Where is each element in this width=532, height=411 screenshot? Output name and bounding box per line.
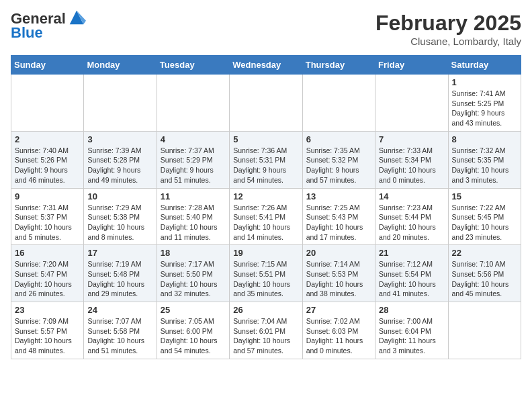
day-number: 4: [161, 134, 226, 144]
day-info: Sunrise: 7:32 AM Sunset: 5:35 PM Dayligh…: [452, 146, 517, 185]
day-number: 5: [233, 134, 298, 144]
calendar-cell: 8Sunrise: 7:32 AM Sunset: 5:35 PM Daylig…: [448, 131, 521, 188]
day-info: Sunrise: 7:40 AM Sunset: 5:26 PM Dayligh…: [15, 146, 80, 185]
calendar-cell: 11Sunrise: 7:28 AM Sunset: 5:40 PM Dayli…: [157, 188, 229, 245]
logo-icon: [67, 8, 86, 27]
day-info: Sunrise: 7:22 AM Sunset: 5:45 PM Dayligh…: [452, 203, 517, 242]
day-info: Sunrise: 7:19 AM Sunset: 5:48 PM Dayligh…: [87, 259, 152, 299]
day-info: Sunrise: 7:20 AM Sunset: 5:47 PM Dayligh…: [15, 259, 80, 299]
day-info: Sunrise: 7:05 AM Sunset: 6:00 PM Dayligh…: [161, 316, 226, 356]
calendar-cell: 25Sunrise: 7:05 AM Sunset: 6:00 PM Dayli…: [157, 302, 229, 359]
day-number: 6: [306, 134, 371, 144]
header-row: SundayMondayTuesdayWednesdayThursdayFrid…: [11, 56, 521, 75]
week-row-1: 1Sunrise: 7:41 AM Sunset: 5:25 PM Daylig…: [11, 75, 521, 132]
day-number: 17: [87, 248, 152, 258]
day-number: 24: [87, 305, 152, 315]
day-number: 28: [379, 305, 444, 315]
calendar-cell: [84, 75, 157, 132]
day-info: Sunrise: 7:10 AM Sunset: 5:56 PM Dayligh…: [452, 259, 517, 299]
calendar-cell: 17Sunrise: 7:19 AM Sunset: 5:48 PM Dayli…: [84, 245, 157, 302]
calendar-cell: 6Sunrise: 7:35 AM Sunset: 5:32 PM Daylig…: [302, 131, 375, 188]
calendar-cell: 24Sunrise: 7:07 AM Sunset: 5:58 PM Dayli…: [84, 302, 157, 359]
day-number: 3: [87, 134, 152, 144]
calendar-cell: 13Sunrise: 7:25 AM Sunset: 5:43 PM Dayli…: [302, 188, 375, 245]
calendar-cell: 23Sunrise: 7:09 AM Sunset: 5:57 PM Dayli…: [11, 302, 84, 359]
header-day-wednesday: Wednesday: [230, 56, 302, 75]
day-number: 10: [87, 191, 152, 201]
day-info: Sunrise: 7:07 AM Sunset: 5:58 PM Dayligh…: [87, 316, 152, 356]
day-number: 26: [233, 305, 298, 315]
day-info: Sunrise: 7:00 AM Sunset: 6:04 PM Dayligh…: [379, 316, 444, 356]
day-number: 14: [379, 191, 444, 201]
calendar-cell: 3Sunrise: 7:39 AM Sunset: 5:28 PM Daylig…: [84, 131, 157, 188]
calendar-cell: 14Sunrise: 7:23 AM Sunset: 5:44 PM Dayli…: [375, 188, 448, 245]
calendar-cell: 7Sunrise: 7:33 AM Sunset: 5:34 PM Daylig…: [375, 131, 448, 188]
day-number: 19: [233, 248, 298, 258]
calendar-table: SundayMondayTuesdayWednesdayThursdayFrid…: [11, 55, 521, 359]
calendar-cell: [375, 75, 448, 132]
day-number: 15: [452, 191, 517, 201]
calendar-cell: [157, 75, 229, 132]
calendar-cell: 21Sunrise: 7:12 AM Sunset: 5:54 PM Dayli…: [375, 245, 448, 302]
day-number: 8: [452, 134, 517, 144]
day-number: 11: [161, 191, 226, 201]
day-info: Sunrise: 7:35 AM Sunset: 5:32 PM Dayligh…: [306, 146, 371, 185]
calendar-cell: [230, 75, 302, 132]
calendar-cell: [448, 302, 521, 359]
day-info: Sunrise: 7:31 AM Sunset: 5:37 PM Dayligh…: [15, 203, 80, 242]
calendar-cell: 12Sunrise: 7:26 AM Sunset: 5:41 PM Dayli…: [230, 188, 302, 245]
day-number: 25: [161, 305, 226, 315]
calendar-subtitle: Clusane, Lombardy, Italy: [375, 36, 521, 47]
calendar-cell: 1Sunrise: 7:41 AM Sunset: 5:25 PM Daylig…: [448, 75, 521, 132]
day-info: Sunrise: 7:23 AM Sunset: 5:44 PM Dayligh…: [379, 203, 444, 242]
header-day-sunday: Sunday: [11, 56, 84, 75]
day-info: Sunrise: 7:14 AM Sunset: 5:53 PM Dayligh…: [306, 259, 371, 299]
header-day-tuesday: Tuesday: [157, 56, 229, 75]
calendar-title: February 2025: [375, 11, 521, 36]
calendar-cell: 20Sunrise: 7:14 AM Sunset: 5:53 PM Dayli…: [302, 245, 375, 302]
day-info: Sunrise: 7:28 AM Sunset: 5:40 PM Dayligh…: [161, 203, 226, 242]
day-number: 16: [15, 248, 80, 258]
calendar-cell: 19Sunrise: 7:15 AM Sunset: 5:51 PM Dayli…: [230, 245, 302, 302]
day-info: Sunrise: 7:29 AM Sunset: 5:38 PM Dayligh…: [87, 203, 152, 242]
day-number: 2: [15, 134, 80, 144]
day-info: Sunrise: 7:39 AM Sunset: 5:28 PM Dayligh…: [87, 146, 152, 185]
day-info: Sunrise: 7:09 AM Sunset: 5:57 PM Dayligh…: [15, 316, 80, 356]
calendar-cell: 2Sunrise: 7:40 AM Sunset: 5:26 PM Daylig…: [11, 131, 84, 188]
day-info: Sunrise: 7:02 AM Sunset: 6:03 PM Dayligh…: [306, 316, 371, 356]
header-day-friday: Friday: [375, 56, 448, 75]
day-info: Sunrise: 7:17 AM Sunset: 5:50 PM Dayligh…: [161, 259, 226, 299]
day-info: Sunrise: 7:36 AM Sunset: 5:31 PM Dayligh…: [233, 146, 298, 185]
header-day-monday: Monday: [84, 56, 157, 75]
week-row-3: 9Sunrise: 7:31 AM Sunset: 5:37 PM Daylig…: [11, 188, 521, 245]
day-info: Sunrise: 7:26 AM Sunset: 5:41 PM Dayligh…: [233, 203, 298, 242]
calendar-cell: 5Sunrise: 7:36 AM Sunset: 5:31 PM Daylig…: [230, 131, 302, 188]
header-day-saturday: Saturday: [448, 56, 521, 75]
calendar-cell: 15Sunrise: 7:22 AM Sunset: 5:45 PM Dayli…: [448, 188, 521, 245]
day-number: 13: [306, 191, 371, 201]
week-row-2: 2Sunrise: 7:40 AM Sunset: 5:26 PM Daylig…: [11, 131, 521, 188]
day-info: Sunrise: 7:15 AM Sunset: 5:51 PM Dayligh…: [233, 259, 298, 299]
calendar-cell: [302, 75, 375, 132]
calendar-cell: 10Sunrise: 7:29 AM Sunset: 5:38 PM Dayli…: [84, 188, 157, 245]
day-info: Sunrise: 7:37 AM Sunset: 5:29 PM Dayligh…: [161, 146, 226, 185]
day-number: 1: [452, 77, 517, 87]
day-number: 12: [233, 191, 298, 201]
day-info: Sunrise: 7:33 AM Sunset: 5:34 PM Dayligh…: [379, 146, 444, 185]
calendar-cell: 9Sunrise: 7:31 AM Sunset: 5:37 PM Daylig…: [11, 188, 84, 245]
day-number: 20: [306, 248, 371, 258]
header-day-thursday: Thursday: [302, 56, 375, 75]
calendar-cell: 4Sunrise: 7:37 AM Sunset: 5:29 PM Daylig…: [157, 131, 229, 188]
day-info: Sunrise: 7:12 AM Sunset: 5:54 PM Dayligh…: [379, 259, 444, 299]
day-number: 18: [161, 248, 226, 258]
day-number: 21: [379, 248, 444, 258]
calendar-cell: 16Sunrise: 7:20 AM Sunset: 5:47 PM Dayli…: [11, 245, 84, 302]
calendar-cell: 28Sunrise: 7:00 AM Sunset: 6:04 PM Dayli…: [375, 302, 448, 359]
header: General Blue February 2025 Clusane, Lomb…: [11, 11, 521, 47]
day-info: Sunrise: 7:41 AM Sunset: 5:25 PM Dayligh…: [452, 89, 517, 128]
day-info: Sunrise: 7:25 AM Sunset: 5:43 PM Dayligh…: [306, 203, 371, 242]
calendar-cell: 18Sunrise: 7:17 AM Sunset: 5:50 PM Dayli…: [157, 245, 229, 302]
week-row-4: 16Sunrise: 7:20 AM Sunset: 5:47 PM Dayli…: [11, 245, 521, 302]
day-number: 9: [15, 191, 80, 201]
day-number: 23: [15, 305, 80, 315]
